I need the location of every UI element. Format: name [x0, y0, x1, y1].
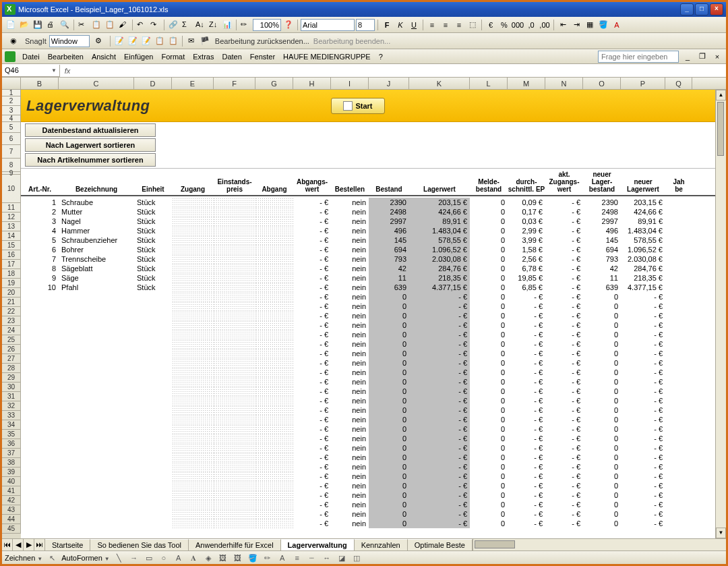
cell[interactable]: nein: [331, 302, 369, 311]
cell[interactable]: [255, 283, 293, 292]
cell[interactable]: - €: [293, 358, 331, 368]
cell[interactable]: [665, 320, 692, 330]
cell[interactable]: [255, 472, 293, 481]
cell[interactable]: nein: [331, 283, 369, 292]
cell[interactable]: Säge: [59, 273, 134, 283]
oval-icon[interactable]: ○: [158, 553, 169, 563]
cell[interactable]: [214, 396, 255, 405]
col-header-C[interactable]: C: [59, 78, 134, 89]
line-color-icon[interactable]: ✏: [262, 553, 273, 563]
cell[interactable]: - €: [545, 490, 583, 500]
cell[interactable]: [59, 481, 134, 490]
table-row[interactable]: - €nein0- €0- €- €0- €: [21, 349, 715, 358]
cell[interactable]: [172, 302, 214, 311]
cell[interactable]: [665, 264, 692, 273]
cell[interactable]: - €: [545, 509, 583, 519]
cell[interactable]: - €: [293, 424, 331, 434]
cell[interactable]: [21, 519, 59, 528]
cell[interactable]: [172, 198, 214, 207]
cell[interactable]: 0: [470, 226, 508, 235]
picture-icon[interactable]: 🖼: [233, 553, 243, 563]
cell[interactable]: - €: [293, 519, 331, 528]
snagit-mode-combo[interactable]: [49, 35, 90, 47]
cell[interactable]: 0: [369, 453, 409, 462]
scroll-down-icon[interactable]: ▼: [716, 528, 726, 538]
cell[interactable]: 0,03 €: [508, 217, 545, 226]
zoom-combo[interactable]: [253, 19, 281, 31]
cell[interactable]: - €: [545, 500, 583, 509]
cell[interactable]: [214, 368, 255, 377]
cell[interactable]: - €: [409, 443, 470, 453]
cell[interactable]: 0: [470, 273, 508, 283]
cell[interactable]: [21, 462, 59, 472]
cell[interactable]: - €: [621, 387, 665, 396]
align-center-icon[interactable]: ≡: [439, 19, 452, 31]
cell[interactable]: - €: [545, 462, 583, 472]
cell[interactable]: 0: [369, 500, 409, 509]
cell[interactable]: 3,99 €: [508, 235, 545, 245]
cell[interactable]: 0: [470, 302, 508, 311]
cell[interactable]: - €: [545, 424, 583, 434]
row-header-42[interactable]: 42: [2, 496, 21, 505]
cell[interactable]: 0: [369, 434, 409, 443]
row-header-12[interactable]: 12: [2, 213, 21, 222]
col-header-M[interactable]: M: [508, 78, 545, 89]
cell[interactable]: [255, 405, 293, 415]
cell[interactable]: - €: [545, 377, 583, 387]
cell[interactable]: 2997: [583, 217, 621, 226]
cell[interactable]: - €: [409, 415, 470, 424]
table-row[interactable]: - €nein0- €0- €- €0- €: [21, 339, 715, 349]
cell[interactable]: 694: [369, 245, 409, 254]
cell[interactable]: - €: [545, 481, 583, 490]
cell[interactable]: - €: [409, 377, 470, 387]
cell[interactable]: Schraube: [59, 198, 134, 207]
review-icon-5[interactable]: 📋: [167, 35, 179, 47]
cell[interactable]: [214, 424, 255, 434]
cell[interactable]: [21, 302, 59, 311]
cell[interactable]: [665, 509, 692, 519]
cell[interactable]: [172, 339, 214, 349]
row-header-37[interactable]: 37: [2, 449, 21, 458]
cell[interactable]: [59, 509, 134, 519]
cell[interactable]: [59, 339, 134, 349]
row-header-17[interactable]: 17: [2, 260, 21, 269]
cell[interactable]: [172, 462, 214, 472]
minimize-button[interactable]: _: [680, 3, 694, 16]
cell[interactable]: - €: [545, 207, 583, 217]
row-header-29[interactable]: 29: [2, 373, 21, 383]
cell[interactable]: Stück: [134, 235, 172, 245]
cell[interactable]: - €: [293, 481, 331, 490]
cell[interactable]: [214, 339, 255, 349]
cell[interactable]: 0: [470, 387, 508, 396]
cell[interactable]: [172, 519, 214, 528]
cell[interactable]: nein: [331, 396, 369, 405]
row-header-30[interactable]: 30: [2, 383, 21, 392]
cell[interactable]: - €: [621, 424, 665, 434]
cell[interactable]: nein: [331, 481, 369, 490]
cell[interactable]: [255, 198, 293, 207]
cell[interactable]: - €: [545, 217, 583, 226]
cell[interactable]: - €: [621, 490, 665, 500]
table-row[interactable]: 7TrennscheibeStück- €nein7932.030,08 €02…: [21, 254, 715, 264]
row-header-6[interactable]: 6: [2, 133, 21, 145]
cell[interactable]: - €: [409, 302, 470, 311]
cell[interactable]: [59, 443, 134, 453]
cell[interactable]: - €: [545, 254, 583, 264]
cell[interactable]: 0: [470, 264, 508, 273]
cell[interactable]: - €: [293, 396, 331, 405]
cell[interactable]: [172, 311, 214, 320]
open-icon[interactable]: 📂: [18, 19, 30, 31]
table-row[interactable]: - €nein0- €0- €- €0- €: [21, 509, 715, 519]
select-all-corner[interactable]: [2, 78, 21, 89]
cell[interactable]: [21, 292, 59, 302]
cell[interactable]: 0: [369, 349, 409, 358]
cell[interactable]: 0: [369, 387, 409, 396]
cell[interactable]: nein: [331, 358, 369, 368]
cell[interactable]: [665, 302, 692, 311]
cell[interactable]: - €: [293, 226, 331, 235]
cell[interactable]: [172, 358, 214, 368]
cell[interactable]: [172, 481, 214, 490]
cell[interactable]: [21, 358, 59, 368]
cell[interactable]: - €: [293, 405, 331, 415]
table-row[interactable]: - €nein0- €0- €- €0- €: [21, 462, 715, 472]
